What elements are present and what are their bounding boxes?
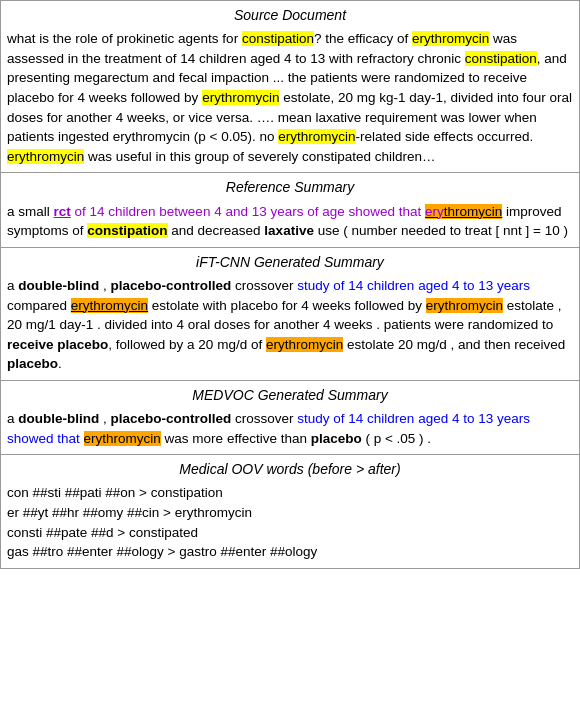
source-document-title: Source Document xyxy=(1,1,579,27)
medvoc-summary-section: MEDVOC Generated Summary a double-blind … xyxy=(0,381,580,455)
highlight-constipation-2: constipation xyxy=(465,51,537,66)
oov-body: con ##sti ##pati ##on > constipation er … xyxy=(1,481,579,567)
medvoc-placebo: placebo xyxy=(311,431,362,446)
medvoc-summary-body: a double-blind , placebo-controlled cros… xyxy=(1,407,579,454)
ift-erythromycin-3: erythromycin xyxy=(266,337,343,352)
medvoc-text: a double-blind , placebo-controlled cros… xyxy=(7,411,530,446)
highlight-erythromycin-4: erythromycin xyxy=(7,149,84,164)
highlight-constipation-1: constipation xyxy=(242,31,314,46)
ref-erythromycin: erythromycin xyxy=(425,204,502,219)
ref-rct: rct xyxy=(54,204,71,219)
highlight-erythromycin-3: erythromycin xyxy=(278,129,355,144)
ift-double-blind: double-blind xyxy=(18,278,99,293)
ift-erythromycin-1: erythromycin xyxy=(71,298,148,313)
oov-line-1: con ##sti ##pati ##on > constipation xyxy=(7,483,573,503)
ift-text: a double-blind , placebo-controlled cros… xyxy=(7,278,565,371)
oov-line-4: gas ##tro ##enter ##ology > gastro ##ent… xyxy=(7,542,573,562)
source-document-section: Source Document what is the role of prok… xyxy=(0,0,580,173)
oov-title: Medical OOV words (before > after) xyxy=(1,455,579,481)
reference-summary-section: Reference Summary a small rct of 14 chil… xyxy=(0,173,580,247)
ift-receive-placebo: receive placebo xyxy=(7,337,108,352)
oov-line-2: er ##yt ##hr ##omy ##cin > erythromycin xyxy=(7,503,573,523)
reference-summary-body: a small rct of 14 children between 4 and… xyxy=(1,200,579,247)
highlight-erythromycin-1: erythromycin xyxy=(412,31,489,46)
reference-summary-title: Reference Summary xyxy=(1,173,579,199)
reference-text: a small rct of 14 children between 4 and… xyxy=(7,204,568,239)
ift-summary-body: a double-blind , placebo-controlled cros… xyxy=(1,274,579,380)
ift-erythromycin-2: erythromycin xyxy=(426,298,503,313)
ref-constipation: constipation xyxy=(87,223,167,238)
oov-section: Medical OOV words (before > after) con #… xyxy=(0,455,580,569)
ref-laxative: laxative xyxy=(264,223,314,238)
ift-blue-1: study of 14 children aged 4 to 13 years xyxy=(297,278,530,293)
medvoc-summary-title: MEDVOC Generated Summary xyxy=(1,381,579,407)
ift-placebo-controlled: placebo-controlled xyxy=(111,278,232,293)
medvoc-erythromycin: erythromycin xyxy=(84,431,161,446)
highlight-erythromycin-2: erythromycin xyxy=(202,90,279,105)
medvoc-placebo-controlled: placebo-controlled xyxy=(111,411,232,426)
source-document-body: what is the role of prokinetic agents fo… xyxy=(1,27,579,172)
ift-placebo: placebo xyxy=(7,356,58,371)
ift-summary-section: iFT-CNN Generated Summary a double-blind… xyxy=(0,248,580,381)
source-text: what is the role of prokinetic agents fo… xyxy=(7,31,572,163)
ref-purple-1: of 14 children between 4 and 13 years of… xyxy=(75,204,422,219)
oov-line-3: consti ##pate ##d > constipated xyxy=(7,523,573,543)
medvoc-double-blind: double-blind xyxy=(18,411,99,426)
ift-summary-title: iFT-CNN Generated Summary xyxy=(1,248,579,274)
